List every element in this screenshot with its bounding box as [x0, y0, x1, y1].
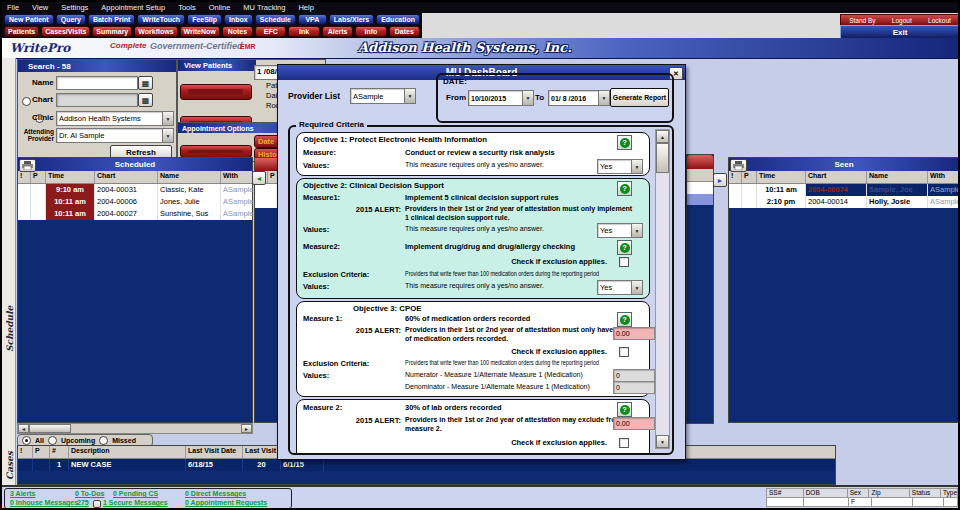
table-row[interactable] [687, 182, 713, 194]
batch-print-button[interactable]: Batch Print [88, 14, 135, 25]
help-button[interactable]: ? [617, 135, 632, 150]
view-patients-button-1[interactable] [180, 84, 252, 100]
feeslip-button[interactable]: FeeSlip [187, 14, 222, 25]
menu-view[interactable]: View [32, 3, 48, 12]
move-left-arrow-button[interactable]: ◄ [252, 171, 266, 185]
provider-list-select[interactable]: ASample▼ [350, 88, 416, 104]
exclusion-checkbox[interactable] [619, 347, 629, 357]
filter-all-radio[interactable] [22, 436, 31, 445]
scroll-up-icon[interactable]: ▲ [656, 130, 669, 143]
col-with[interactable]: With [928, 171, 958, 183]
efc-tab[interactable]: EFC [255, 26, 286, 37]
labs-xlers-button[interactable]: Labs/Xlers [329, 14, 374, 25]
exit-button[interactable]: Exit [840, 25, 958, 39]
col-exclamation[interactable]: ! [729, 171, 742, 183]
col-exclamation[interactable]: ! [18, 171, 31, 183]
patients-tab[interactable]: Patients [4, 26, 39, 37]
pending-cs-link[interactable]: 0 Pending CS [113, 490, 158, 497]
col-chart[interactable]: Chart [95, 171, 158, 183]
alert-percentage-field[interactable]: 0.00 [613, 417, 655, 430]
workflows-tab[interactable]: Workflows [134, 26, 177, 37]
col-exclamation[interactable]: ! [18, 446, 33, 458]
chevron-down-icon[interactable]: ▼ [162, 112, 173, 125]
clinic-select[interactable]: Addison Health Systems▼ [56, 111, 174, 126]
col-p[interactable]: P [31, 171, 46, 183]
dates-tab[interactable]: Dates [389, 26, 420, 37]
lockout-button[interactable]: Lockout [928, 17, 951, 24]
scroll-thumb[interactable] [29, 424, 71, 433]
alerts-link[interactable]: 3 Alerts [10, 490, 35, 497]
alerts-tab[interactable]: Alerts [322, 26, 353, 37]
menu-file[interactable]: File [7, 3, 19, 12]
scroll-left-icon[interactable]: ◄ [18, 424, 29, 433]
attending-provider-select[interactable]: Dr. Al Sample▼ [56, 128, 174, 143]
inhouse-messages-link[interactable]: 0 Inhouse Messages [10, 499, 78, 506]
menu-settings[interactable]: Settings [61, 3, 88, 12]
chart-lookup-grid-button[interactable]: ▦ [138, 93, 153, 107]
scheduled-hscrollbar[interactable]: ◄ ► [17, 423, 253, 434]
cases-row-selected[interactable]: 1 NEW CASE 6/18/15 20 6/1/15 [18, 459, 835, 471]
help-button[interactable]: ? [617, 240, 632, 255]
query-button[interactable]: Query [56, 14, 86, 25]
vpa-button[interactable]: VPA [298, 14, 327, 25]
col-description[interactable]: Description [69, 446, 186, 458]
print-button[interactable] [19, 159, 36, 172]
scheduled-row[interactable]: 9:10 am 2004-00031 Classic, Kate ASample… [18, 184, 252, 196]
col-time[interactable]: Time [757, 171, 806, 183]
col-name[interactable]: Name [158, 171, 221, 183]
scroll-thumb[interactable] [656, 143, 669, 173]
menu-appointment-setup[interactable]: Appointment Setup [101, 3, 165, 12]
help-button[interactable]: ? [617, 181, 632, 196]
exclusion-checkbox[interactable] [619, 438, 629, 448]
cases-visits-tab[interactable]: Cases/Visits [41, 26, 90, 37]
col-p[interactable]: P [742, 171, 757, 183]
writetouch-button[interactable]: WriteTouch [137, 14, 185, 25]
generate-report-button[interactable]: Generate Report [610, 88, 669, 107]
menu-online[interactable]: Online [209, 3, 231, 12]
direct-messages-link[interactable]: 0 Direct Messages [185, 490, 246, 497]
yesno-select[interactable]: Yes▼ [597, 280, 643, 295]
chevron-down-icon[interactable]: ▼ [631, 281, 642, 294]
scheduled-row[interactable]: 10:11 am 2004-00027 Sunshine, Sus ASampl… [18, 208, 252, 220]
search-name-radio[interactable] [22, 97, 31, 106]
filter-missed-radio[interactable] [99, 436, 108, 445]
secure-messages-link[interactable]: 1 Secure Messages [103, 499, 168, 506]
move-right-arrow-button[interactable]: ► [713, 173, 727, 187]
help-button[interactable]: ? [617, 312, 632, 327]
chevron-down-icon[interactable]: ▼ [631, 224, 642, 237]
to-date-select[interactable]: 01/ 8 /2016▼ [548, 90, 610, 106]
scroll-down-icon[interactable]: ▼ [656, 435, 669, 448]
chevron-down-icon[interactable]: ▼ [631, 160, 642, 173]
menu-tools[interactable]: Tools [178, 3, 196, 12]
seen-row[interactable]: 2:10 pm 2004-00014 Holly, Josie ASample [729, 196, 958, 208]
col-name[interactable]: Name [867, 171, 928, 183]
spinner-button[interactable] [93, 500, 101, 508]
scheduled-row[interactable]: 10:11 am 2004-00006 Jones, Julie ASample [18, 196, 252, 208]
denominator-field[interactable]: 0 [613, 381, 655, 394]
alert-percentage-field[interactable]: 0.00 [613, 327, 655, 340]
scroll-right-icon[interactable]: ► [241, 424, 252, 433]
chevron-down-icon[interactable]: ▼ [598, 91, 609, 105]
info-tab[interactable]: Info [355, 26, 386, 37]
summary-tab[interactable]: Summary [92, 26, 132, 37]
chevron-down-icon[interactable]: ▼ [162, 129, 173, 142]
chevron-down-icon[interactable]: ▼ [522, 91, 533, 105]
standby-button[interactable]: Stand By [849, 17, 875, 24]
print-button[interactable] [730, 159, 747, 172]
col-number[interactable]: # [50, 446, 69, 458]
exclusion-checkbox[interactable] [619, 257, 629, 267]
writenow-tab[interactable]: WriteNow [180, 26, 220, 37]
logout-button[interactable]: Logout [892, 17, 912, 24]
ink-tab[interactable]: Ink [288, 26, 319, 37]
education-button[interactable]: Education [376, 14, 420, 25]
col-chart[interactable]: Chart [806, 171, 867, 183]
col-last-visit-date[interactable]: Last Visit Date [186, 446, 243, 458]
chevron-down-icon[interactable]: ▼ [404, 89, 415, 103]
new-patient-button[interactable]: New Patient [4, 14, 54, 25]
yesno-select[interactable]: Yes▼ [597, 223, 643, 238]
help-button[interactable]: ? [617, 402, 632, 417]
search-name-input[interactable] [56, 76, 138, 90]
col-time[interactable]: Time [46, 171, 95, 183]
menu-mu-tracking[interactable]: MU Tracking [243, 3, 285, 12]
menu-help[interactable]: Help [298, 3, 313, 12]
